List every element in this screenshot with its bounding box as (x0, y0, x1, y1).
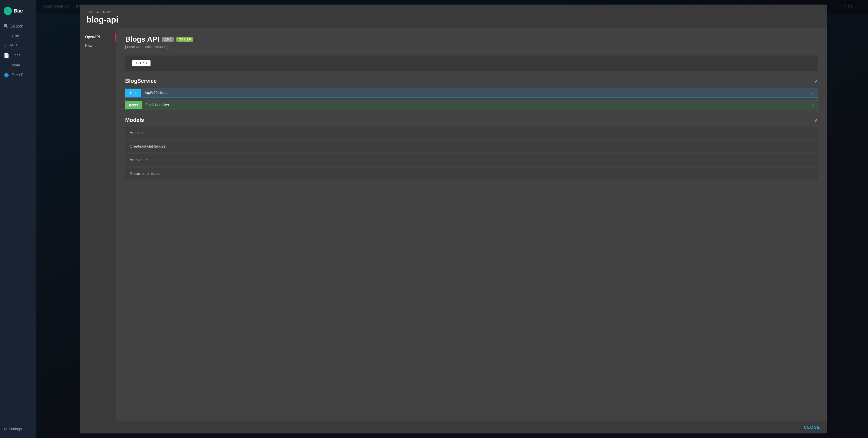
http-select[interactable]: HTTP ▼ (132, 60, 151, 66)
modal-title: blog-api (87, 15, 820, 25)
app-logo: 🌿 Bac (0, 5, 36, 22)
docs-icon: 📄 (4, 53, 9, 58)
search-label: Search (10, 24, 24, 29)
sidebar-create-label: Create (9, 63, 20, 68)
sidebar-item-docs[interactable]: 📄 Docs (0, 50, 36, 60)
tech-icon: 🔷 (4, 72, 9, 78)
raw-tab-label: Raw (85, 44, 92, 47)
version-badge: 1.0.0 (162, 37, 174, 42)
models-title: Models (125, 117, 144, 123)
models-section-toggle[interactable]: ∧ (814, 117, 818, 123)
get-endpoint-row[interactable]: GET /api/v1/articles ∨ (125, 88, 818, 98)
modal-sidebar: OpenAPI Raw (80, 28, 116, 421)
get-method-badge: GET (125, 89, 141, 97)
model-item-return-all[interactable]: Return all articles › (125, 168, 818, 180)
model-item-article[interactable]: Article › (125, 127, 818, 139)
search-icon: 🔍 (4, 24, 9, 29)
sidebar-tab-raw[interactable]: Raw (80, 41, 116, 50)
api-title-row: Blogs API 1.0.0 OAS 2.0 (125, 35, 818, 43)
logo-text: Bac (14, 8, 23, 14)
search-bar[interactable]: 🔍 Search (0, 22, 36, 31)
model-articles-list-name: ArticlesList (130, 158, 148, 162)
models-header: Models ∧ (125, 117, 818, 123)
modal-body: OpenAPI Raw Blogs API 1.0.0 OAS 2.0 [ Ba… (80, 28, 827, 421)
close-button[interactable]: CLOSE (804, 425, 820, 430)
get-endpoint-chevron: ∨ (807, 88, 818, 98)
main-area: COMPONENT SERVICE TION ⋮ API · OPENAPI b… (36, 0, 868, 438)
modal-footer: CLOSE (80, 421, 827, 433)
api-modal: API · OPENAPI blog-api OpenAPI Raw (80, 5, 827, 433)
model-item-articles-list[interactable]: ArticlesList › (125, 154, 818, 166)
app-background: 🌿 Bac 🔍 Search ⌂ Home ◇ APIs 📄 Docs + Cr… (0, 0, 868, 438)
get-endpoint-path: /api/v1/articles (141, 89, 807, 97)
service-section-toggle[interactable]: ∧ (814, 78, 818, 84)
api-main-title: Blogs API (125, 35, 159, 43)
model-item-create-article[interactable]: CreateArticleRequest › (125, 140, 818, 153)
apis-icon: ◇ (4, 42, 7, 48)
breadcrumb: API · OPENAPI (87, 10, 820, 14)
model-return-all-arrow: › (161, 172, 162, 175)
modal-header: API · OPENAPI blog-api (80, 5, 827, 28)
post-method-badge: POST (125, 101, 142, 109)
post-endpoint-path: /api/v1/articles (142, 101, 807, 109)
model-article-arrow: › (142, 131, 144, 135)
model-create-article-arrow: › (168, 145, 169, 148)
app-sidebar: 🌿 Bac 🔍 Search ⌂ Home ◇ APIs 📄 Docs + Cr… (0, 0, 36, 438)
sidebar-apis-label: APIs (9, 43, 18, 47)
base-url: [ Base URL: localhost:3000 ] (125, 45, 818, 49)
sidebar-tab-openapi[interactable]: OpenAPI (80, 33, 116, 41)
blog-service-header: BlogService ∧ (125, 78, 818, 84)
sidebar-item-create[interactable]: + Create (0, 60, 36, 70)
modal-content-area: Blogs API 1.0.0 OAS 2.0 [ Base URL: loca… (116, 28, 827, 421)
sidebar-settings[interactable]: ⚙ Settings (0, 425, 36, 433)
http-selector-box: HTTP ▼ (125, 56, 818, 71)
sidebar-item-apis[interactable]: ◇ APIs (0, 40, 36, 50)
logo-icon: 🌿 (4, 7, 12, 15)
blog-service-title: BlogService (125, 78, 157, 84)
sidebar-item-tech[interactable]: 🔷 Tech P (0, 70, 36, 80)
model-create-article-name: CreateArticleRequest (130, 144, 166, 149)
sidebar-item-home[interactable]: ⌂ Home (0, 31, 36, 40)
sidebar-docs-label: Docs (11, 53, 21, 58)
openapi-tab-label: OpenAPI (85, 35, 100, 39)
home-icon: ⌂ (4, 33, 6, 38)
sidebar-tech-label: Tech P (11, 73, 24, 77)
settings-label: Settings (9, 427, 22, 431)
http-select-label: HTTP (134, 61, 144, 65)
settings-icon: ⚙ (4, 427, 7, 431)
post-endpoint-chevron: ∨ (807, 100, 818, 110)
model-article-name: Article (130, 131, 141, 135)
models-section: Models ∧ Article › CreateArticleRequest … (125, 117, 818, 180)
create-icon: + (4, 63, 6, 68)
post-endpoint-row[interactable]: POST /api/v1/articles ∨ (125, 100, 818, 110)
sidebar-home-label: Home (9, 33, 19, 38)
model-return-all-name: Return all articles (130, 171, 159, 176)
http-select-chevron: ▼ (146, 62, 148, 65)
model-articles-list-arrow: › (150, 158, 151, 162)
oas-badge: OAS 2.0 (176, 37, 193, 42)
